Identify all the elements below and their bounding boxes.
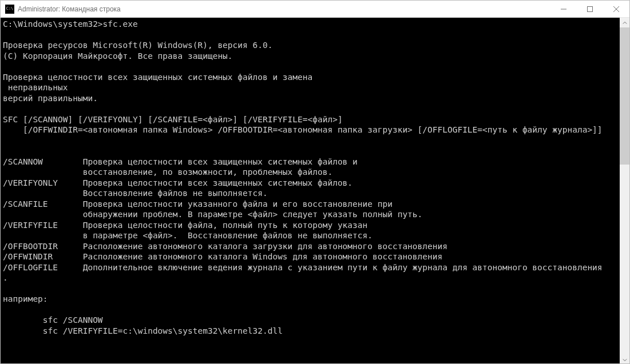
minimize-icon [561,6,566,12]
close-icon [613,6,619,12]
scrollbar[interactable] [620,18,629,364]
window-title: Administrator: Командная строка [18,5,550,13]
chevron-up-icon [623,21,627,25]
window-controls [550,1,629,17]
minimize-button[interactable] [550,1,577,17]
svg-rect-1 [588,6,593,11]
terminal-output[interactable]: C:\Windows\system32>sfc.exe Проверка рес… [1,18,620,364]
titlebar[interactable]: Administrator: Командная строка [1,1,629,18]
close-button[interactable] [603,1,629,17]
scrollbar-track[interactable] [620,27,629,355]
chevron-down-icon [623,358,627,362]
maximize-button[interactable] [577,1,603,17]
terminal-area: C:\Windows\system32>sfc.exe Проверка рес… [1,18,629,364]
maximize-icon [587,6,593,12]
scroll-down-button[interactable] [620,355,629,364]
cmd-icon [5,5,14,14]
scroll-up-button[interactable] [620,18,629,27]
scrollbar-thumb[interactable] [620,27,629,165]
